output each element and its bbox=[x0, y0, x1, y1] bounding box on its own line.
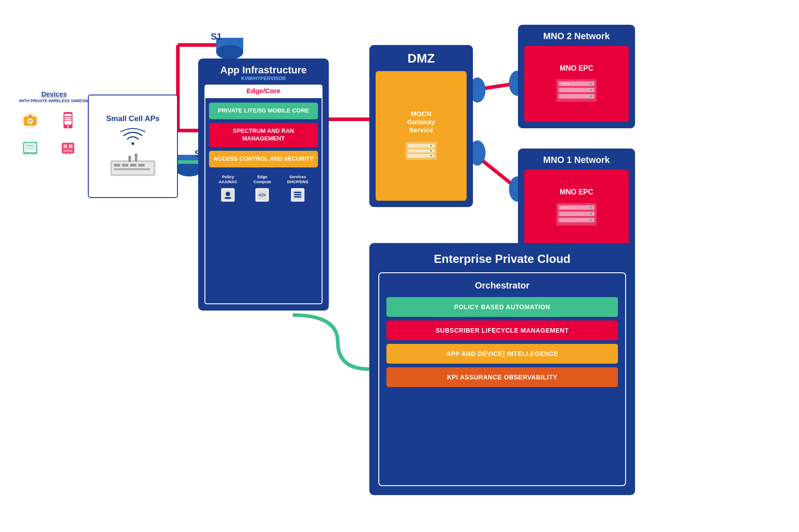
device-icon-2 bbox=[56, 108, 80, 132]
kpi-assurance-label: KPI ASSURANCE OBSERVABILITY bbox=[391, 374, 613, 381]
devices-title: Devices bbox=[18, 90, 90, 98]
svg-rect-82 bbox=[558, 205, 595, 210]
svg-rect-83 bbox=[558, 212, 595, 216]
dmz-title: DMZ bbox=[376, 51, 467, 66]
svg-rect-45 bbox=[114, 164, 120, 167]
svg-rect-46 bbox=[122, 164, 128, 167]
access-control-block: ACCESS CONTROL AND SECURITY bbox=[209, 151, 318, 167]
devices-section: Devices WITH PRIVATE WIRELESS SIM/ESIM bbox=[18, 90, 90, 160]
svg-point-22 bbox=[29, 120, 32, 122]
access-control-label: ACCESS CONTROL AND SECURITY bbox=[213, 155, 314, 163]
svg-line-11 bbox=[473, 153, 518, 189]
wifi-icon bbox=[119, 128, 146, 146]
edge-compute-icon: </> bbox=[253, 186, 271, 204]
device-icon-3 bbox=[18, 136, 42, 160]
svg-rect-23 bbox=[28, 115, 32, 117]
svg-rect-37 bbox=[64, 144, 67, 148]
policy-automation-label: POLICY BASED AUTOMATION bbox=[391, 303, 613, 311]
mocn-label: MOCNGatewayService bbox=[407, 110, 435, 134]
app-infra-box: App Infrastructure KVM/HYPERVISOR Edge/C… bbox=[198, 59, 329, 311]
policy-icon bbox=[219, 186, 237, 204]
svg-point-26 bbox=[67, 126, 69, 127]
svg-point-78 bbox=[563, 83, 564, 84]
device-icon-1 bbox=[18, 108, 42, 132]
edge-compute-icon-item: EdgeCompute </> bbox=[253, 175, 271, 204]
mno1-epc-label: MNO EPC bbox=[560, 188, 594, 196]
industrial-device-icon bbox=[58, 138, 78, 158]
svg-rect-40 bbox=[65, 153, 67, 155]
edge-core-bar: Edge/Core bbox=[204, 85, 322, 97]
svg-point-54 bbox=[226, 192, 230, 196]
spectrum-ran-block: SPECTRUM AND RAN MANAGEMENT bbox=[209, 123, 318, 147]
subscriber-lifecycle-label: SUBSCRIBER LIFECYCLE MANAGEMENT bbox=[391, 327, 613, 334]
dmz-box: DMZ MOCNGatewayService bbox=[369, 45, 473, 207]
enterprise-box: Enterprise Private Cloud Orchestrator PO… bbox=[369, 243, 635, 495]
edge-core-label: Edge/Core bbox=[246, 87, 280, 95]
svg-rect-84 bbox=[558, 218, 595, 222]
small-cell-title: Small Cell APs bbox=[106, 114, 159, 123]
infra-icons-row: PolicyAAA/NAC EdgeCompute </> bbox=[209, 175, 318, 204]
private-lite-block: PRIVATE LITE/5G MOBILE CORE bbox=[209, 103, 318, 119]
svg-point-88 bbox=[563, 207, 564, 208]
svg-rect-38 bbox=[69, 144, 73, 148]
devices-subtitle: WITH PRIVATE WIRELESS SIM/ESIM bbox=[18, 99, 90, 104]
mno2-server-rack-icon bbox=[554, 77, 599, 104]
svg-point-5 bbox=[216, 45, 243, 59]
svg-rect-74 bbox=[558, 94, 595, 99]
edge-compute-label: EdgeCompute bbox=[254, 175, 271, 185]
svg-point-80 bbox=[568, 83, 569, 84]
svg-point-76 bbox=[590, 89, 592, 91]
svg-rect-61 bbox=[294, 192, 301, 193]
policy-automation-block: POLICY BASED AUTOMATION bbox=[386, 297, 618, 317]
s1-top-label: S1 bbox=[211, 32, 222, 42]
svg-rect-31 bbox=[24, 143, 36, 152]
private-lite-label: PRIVATE LITE/5G MOBILE CORE bbox=[213, 107, 314, 115]
tablet-device-icon bbox=[20, 138, 40, 158]
svg-point-77 bbox=[590, 95, 592, 97]
svg-point-75 bbox=[590, 82, 592, 85]
svg-point-85 bbox=[590, 206, 592, 208]
policy-icon-item: PolicyAAA/NAC bbox=[219, 175, 238, 204]
svg-rect-72 bbox=[558, 81, 595, 86]
svg-rect-48 bbox=[138, 164, 145, 167]
services-label: ServicesDHCP/DNS bbox=[287, 175, 308, 185]
svg-point-42 bbox=[132, 142, 134, 145]
orchestrator-title: Orchestrator bbox=[386, 280, 618, 291]
diagram-container: Devices WITH PRIVATE WIRELESS SIM/ESIM bbox=[0, 0, 799, 532]
svg-point-70 bbox=[430, 155, 432, 157]
mno1-epc-block: MNO EPC bbox=[524, 170, 629, 246]
svg-point-79 bbox=[565, 83, 567, 84]
svg-rect-55 bbox=[225, 197, 231, 199]
router-icon bbox=[106, 151, 160, 178]
svg-point-32 bbox=[30, 153, 31, 154]
mno2-epc-label: MNO EPC bbox=[560, 64, 594, 72]
svg-rect-39 bbox=[64, 150, 73, 152]
app-device-label: APP AND DEVICE] INTELLEGENCE bbox=[391, 350, 613, 357]
mno2-title: MNO 2 Network bbox=[524, 31, 629, 41]
svg-rect-63 bbox=[294, 196, 301, 198]
svg-point-87 bbox=[590, 219, 592, 221]
svg-rect-25 bbox=[64, 114, 72, 125]
svg-rect-51 bbox=[135, 153, 137, 162]
svg-line-8 bbox=[473, 83, 518, 90]
app-infra-subtitle: KVM/HYPERVISOR bbox=[204, 76, 322, 81]
spectrum-ran-label: SPECTRUM AND RAN MANAGEMENT bbox=[213, 127, 314, 143]
mocn-server-icon bbox=[403, 140, 439, 162]
orchestrator-box: Orchestrator POLICY BASED AUTOMATION SUB… bbox=[378, 272, 626, 486]
svg-rect-50 bbox=[128, 156, 131, 162]
svg-rect-36 bbox=[62, 143, 74, 153]
infra-inner: PRIVATE LITE/5G MOBILE CORE SPECTRUM AND… bbox=[204, 97, 322, 304]
kpi-assurance-block: KPI ASSURANCE OBSERVABILITY bbox=[386, 367, 618, 387]
subscriber-lifecycle-block: SUBSCRIBER LIFECYCLE MANAGEMENT bbox=[386, 320, 618, 340]
svg-point-69 bbox=[430, 150, 432, 152]
device-icon-4 bbox=[56, 136, 80, 160]
mno1-server-rack-icon bbox=[554, 201, 599, 228]
svg-rect-49 bbox=[114, 168, 150, 170]
app-device-block: APP AND DEVICE] INTELLEGENCE bbox=[386, 344, 618, 364]
app-infra-title: App Infrastructure bbox=[204, 65, 322, 76]
svg-point-90 bbox=[568, 207, 569, 208]
small-cell-box: Small Cell APs bbox=[88, 95, 178, 198]
svg-point-68 bbox=[430, 145, 432, 147]
phone-device-icon bbox=[58, 110, 78, 130]
svg-rect-41 bbox=[69, 153, 71, 155]
